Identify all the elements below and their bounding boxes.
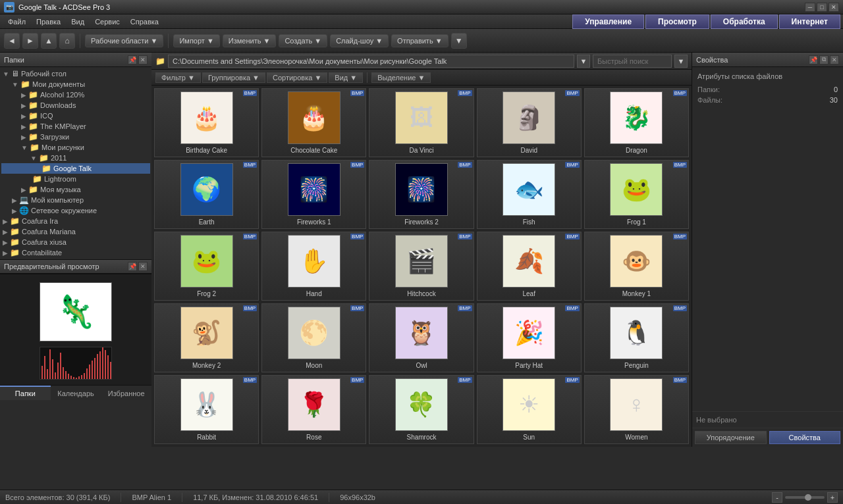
view-mode-button[interactable]: Вид ▼ (329, 72, 363, 83)
view-button[interactable]: Просмотр (645, 14, 709, 29)
addr-dropdown[interactable]: ▼ (577, 55, 590, 68)
list-item[interactable]: BMP 🌹 Rose (261, 375, 366, 444)
zoom-out-button[interactable]: - (772, 492, 782, 503)
send-button[interactable]: Отправить ▼ (391, 34, 449, 47)
more-button[interactable]: ▼ (451, 33, 467, 49)
props-pin[interactable]: 📌 (809, 55, 818, 64)
order-button[interactable]: Упорядочение (695, 431, 767, 444)
list-item[interactable]: BMP ☀ Sun (477, 375, 582, 444)
thumbnail-area[interactable]: BMP 🎂 Birthday Cake BMP 🎂 Chocolate Cake… (151, 86, 692, 447)
slideshow-button[interactable]: Слайд-шоу ▼ (330, 34, 389, 47)
bmp-badge: BMP (565, 305, 579, 311)
tree-item[interactable]: ▶📁Contabilitate (1, 247, 150, 258)
tree-item[interactable]: ▼📁Мои документы (1, 79, 150, 89)
list-item[interactable]: BMP 🎆 Fireworks 1 (261, 160, 366, 229)
list-item[interactable]: BMP 🎉 Party Hat (477, 303, 582, 372)
list-item[interactable]: BMP 🌕 Moon (261, 303, 366, 372)
modify-button[interactable]: Изменить ▼ (223, 34, 277, 47)
preview-pin[interactable]: 📌 (128, 262, 137, 271)
properties-button[interactable]: Свойства (769, 431, 841, 444)
tree-item[interactable]: ▶📁Downloads (1, 100, 150, 111)
zoom-in-button[interactable]: + (827, 492, 838, 503)
up-button[interactable]: ▲ (41, 33, 57, 49)
tree-item[interactable]: ▶📁Моя музыка (1, 184, 150, 195)
menu-file[interactable]: Файл (3, 16, 31, 27)
select-button[interactable]: Выделение ▼ (371, 72, 431, 83)
list-item[interactable]: BMP 🐸 Frog 2 (154, 232, 259, 301)
panel-pin[interactable]: 📌 (128, 55, 137, 64)
minimize-button[interactable]: ─ (805, 3, 815, 12)
tree-label: Мои рисунки (41, 143, 84, 151)
folders-label: Папки: (697, 86, 720, 93)
tree-item[interactable]: ▶🌐Сетевое окружение (1, 205, 150, 216)
create-button[interactable]: Создать ▼ (279, 34, 327, 47)
tree-item[interactable]: ▶📁Coafura Ira (1, 216, 150, 226)
menu-view[interactable]: Вид (66, 16, 90, 27)
forward-button[interactable]: ► (22, 33, 38, 49)
list-item[interactable]: BMP 🦉 Owl (369, 303, 474, 372)
address-input[interactable] (168, 55, 574, 68)
close-button[interactable]: ✕ (829, 3, 839, 12)
menu-edit[interactable]: Правка (31, 16, 66, 27)
tree-item[interactable]: ▶📁ICQ (1, 111, 150, 121)
props-close[interactable]: ✕ (830, 55, 839, 64)
panel-close[interactable]: ✕ (138, 55, 148, 64)
preview-close[interactable]: ✕ (138, 262, 148, 271)
tree-item[interactable]: 📁Lightroom (1, 174, 150, 184)
list-item[interactable]: BMP 🐵 Monkey 1 (584, 232, 689, 301)
tree-item[interactable]: ▶📁Coafura xiusa (1, 237, 150, 247)
tree-item[interactable]: ▶💻Мой компьютер (1, 195, 150, 205)
tree-item[interactable]: ▶📁Coafura Mariana (1, 226, 150, 237)
tree-item[interactable]: ▼📁Мои рисунки (1, 142, 150, 153)
list-item[interactable]: BMP 🎬 Hitchcock (369, 232, 474, 301)
list-item[interactable]: BMP 🐟 Fish (477, 160, 582, 229)
process-button[interactable]: Обработка (711, 14, 778, 29)
tab-folders[interactable]: Папки (0, 386, 51, 400)
home-button[interactable]: ⌂ (59, 33, 75, 49)
work-areas-button[interactable]: Рабочие области ▼ (85, 34, 163, 47)
list-item[interactable]: BMP 🍂 Leaf (477, 232, 582, 301)
tree-item[interactable]: ▼📁2011 (1, 153, 150, 163)
files-label: Файлы: (697, 96, 722, 104)
thumbnail-image: 🌍 (180, 163, 233, 216)
list-item[interactable]: BMP ♀ Women (584, 375, 689, 444)
tree-item[interactable]: ▼🖥Рабочий стол (1, 68, 150, 79)
internet-button[interactable]: Интернет (779, 14, 840, 29)
tab-favorites[interactable]: Избранное (101, 386, 151, 400)
bmp-badge: BMP (673, 377, 687, 383)
list-item[interactable]: BMP 🐰 Rabbit (154, 375, 259, 444)
menu-service[interactable]: Сервис (90, 16, 125, 27)
list-item[interactable]: BMP 🐒 Monkey 2 (154, 303, 259, 372)
group-button[interactable]: Группировка ▼ (202, 72, 265, 83)
list-item[interactable]: BMP 🎂 Chocolate Cake (261, 88, 366, 157)
list-item[interactable]: BMP 🗿 David (477, 88, 582, 157)
maximize-button[interactable]: □ (817, 3, 827, 12)
title-bar: 📷 Google Talk - ACDSee Pro 3 ─ □ ✕ (0, 0, 843, 14)
filter-button[interactable]: Фильтр ▼ (155, 72, 201, 83)
zoom-slider[interactable] (785, 496, 825, 499)
tree-item[interactable]: ▶📁Alcohol 120% (1, 89, 150, 100)
search-button[interactable]: ▼ (674, 55, 688, 68)
menu-help[interactable]: Справка (125, 16, 164, 27)
list-item[interactable]: BMP 🐸 Frog 1 (584, 160, 689, 229)
import-button[interactable]: Импорт ▼ (173, 34, 219, 47)
list-item[interactable]: BMP 🎂 Birthday Cake (154, 88, 259, 157)
tab-calendar[interactable]: Календарь (51, 386, 101, 400)
list-item[interactable]: BMP 🎆 Fireworks 2 (369, 160, 474, 229)
list-item[interactable]: BMP 🍀 Shamrock (369, 375, 474, 444)
search-input[interactable] (593, 55, 672, 68)
list-item[interactable]: BMP 🖼 Da Vinci (369, 88, 474, 157)
list-item[interactable]: BMP ✋ Hand (261, 232, 366, 301)
tree-item[interactable]: ▶📁The KMPlayer (1, 121, 150, 132)
list-item[interactable]: BMP 🐉 Dragon (584, 88, 689, 157)
list-item[interactable]: BMP 🐧 Penguin (584, 303, 689, 372)
toolbar-sep1 (80, 34, 80, 48)
tree-item[interactable]: ▶📁Загрузки (1, 132, 150, 142)
props-expand[interactable]: ⧉ (819, 55, 829, 64)
manage-button[interactable]: Управление (572, 14, 644, 29)
list-item[interactable]: BMP 🌍 Earth (154, 160, 259, 229)
tree-item[interactable]: 📁Google Talk (1, 163, 150, 174)
zoom-thumb[interactable] (805, 494, 811, 501)
sort-button[interactable]: Сортировка ▼ (267, 72, 327, 83)
back-button[interactable]: ◄ (4, 33, 20, 49)
